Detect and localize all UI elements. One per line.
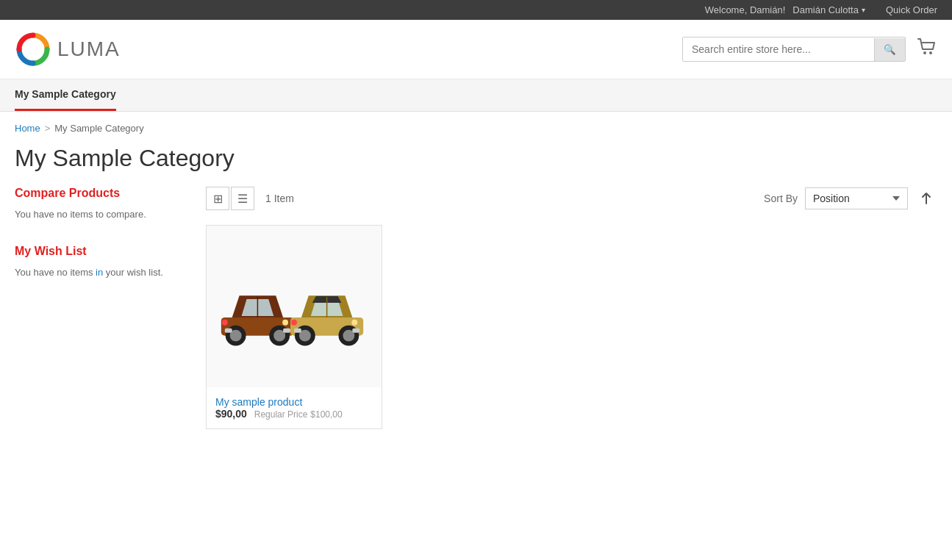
breadcrumb-separator: > [45, 123, 51, 134]
svg-point-10 [222, 320, 228, 326]
cart-icon[interactable] [917, 37, 937, 62]
product-cars-svg [207, 226, 382, 387]
svg-rect-22 [294, 329, 301, 333]
svg-rect-21 [352, 329, 359, 333]
user-menu[interactable]: Damián Culotta ▾ [792, 4, 865, 15]
svg-point-2 [929, 51, 932, 54]
wishlist-title: My Wish List [15, 245, 184, 258]
sort-section: Sort By Position Product Name Price [764, 187, 937, 209]
product-name[interactable]: My sample product [215, 396, 302, 408]
compare-text: You have no items to compare. [15, 207, 184, 223]
grid-view-button[interactable]: ⊞ [206, 187, 229, 210]
svg-point-9 [282, 320, 288, 326]
item-count: 1 Item [265, 193, 753, 204]
logo-icon [15, 31, 51, 68]
search-icon: 🔍 [884, 44, 896, 55]
compare-title: Compare Products [15, 187, 184, 200]
product-image [207, 226, 382, 387]
product-info: My sample product $90,00 Regular Price $… [207, 387, 382, 428]
product-card[interactable]: My sample product $90,00 Regular Price $… [206, 225, 382, 429]
sort-select[interactable]: Position Product Name Price [805, 187, 908, 209]
search-input[interactable] [683, 37, 874, 61]
search-button[interactable]: 🔍 [874, 38, 905, 61]
header: LUMA 🔍 [0, 20, 952, 79]
svg-rect-11 [283, 329, 290, 333]
svg-point-1 [923, 51, 926, 54]
nav-item-category[interactable]: My Sample Category [15, 79, 116, 111]
welcome-text: Welcome, Damián! [705, 4, 786, 15]
toolbar: ⊞ ☰ 1 Item Sort By Position Product Name… [206, 187, 937, 210]
regular-price: $100,00 [310, 409, 342, 420]
header-right: 🔍 [682, 37, 937, 62]
svg-point-19 [351, 320, 357, 326]
page-title: My Sample Category [0, 137, 952, 187]
wishlist-text: You have no items in your wish list. [15, 265, 184, 281]
user-name: Damián Culotta [792, 4, 859, 15]
sort-direction-button[interactable] [915, 187, 937, 209]
list-icon: ☰ [237, 192, 248, 206]
compare-section: Compare Products You have no items to co… [15, 187, 184, 223]
regular-price-label: Regular Price [254, 409, 308, 420]
grid-icon: ⊞ [213, 192, 223, 206]
logo-text: LUMA [57, 37, 121, 61]
wishlist-in: in [96, 267, 103, 278]
user-menu-chevron-icon: ▾ [862, 6, 865, 14]
nav-bar: My Sample Category [0, 79, 952, 112]
svg-rect-12 [225, 329, 232, 333]
svg-point-20 [291, 320, 297, 326]
sort-label: Sort By [764, 193, 798, 204]
sidebar: Compare Products You have no items to co… [15, 187, 184, 429]
wishlist-section: My Wish List You have no items in your w… [15, 245, 184, 281]
logo-link[interactable]: LUMA [15, 31, 121, 68]
breadcrumb: Home > My Sample Category [0, 112, 952, 137]
search-bar: 🔍 [682, 37, 906, 62]
product-grid: My sample product $90,00 Regular Price $… [206, 225, 937, 429]
product-price: $90,00 Regular Price $100,00 [215, 408, 373, 420]
main-content: Compare Products You have no items to co… [0, 187, 952, 429]
quick-order-link[interactable]: Quick Order [886, 4, 937, 15]
top-bar: Welcome, Damián! Damián Culotta ▾ Quick … [0, 0, 952, 20]
products-area: ⊞ ☰ 1 Item Sort By Position Product Name… [206, 187, 937, 429]
sale-price: $90,00 [215, 408, 247, 420]
view-buttons: ⊞ ☰ [206, 187, 254, 210]
breadcrumb-current: My Sample Category [54, 123, 143, 134]
list-view-button[interactable]: ☰ [231, 187, 254, 210]
breadcrumb-home[interactable]: Home [15, 123, 40, 134]
